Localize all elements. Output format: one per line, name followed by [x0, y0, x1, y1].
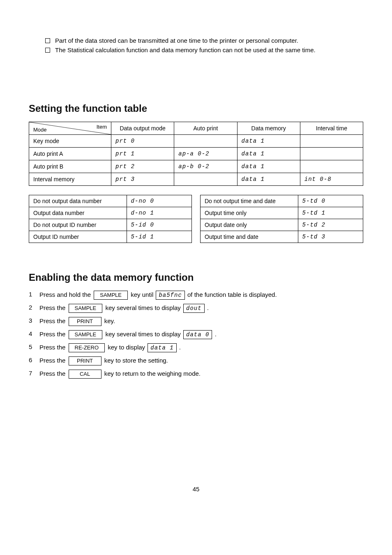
step-number: 5 [29, 343, 39, 350]
step-number: 1 [29, 291, 39, 298]
table-row: Output date only 5-td 2 [201, 219, 363, 231]
step-pre: Press the [39, 357, 67, 364]
step-text: Press the SAMPLE key several times to di… [39, 304, 363, 313]
label-cell: Output ID number [29, 231, 127, 243]
step-item: 4 Press the SAMPLE key several times to … [29, 330, 363, 339]
table-row: Output time only 5-td 1 [201, 207, 363, 219]
key-sample: SAMPLE [94, 291, 128, 300]
step-pre: Press and hold the [39, 291, 92, 298]
key-sample: SAMPLE [69, 304, 103, 313]
col-head: Interval time [300, 122, 363, 135]
seg-cell: data 1 [237, 160, 300, 173]
step-item: 2 Press the SAMPLE key several times to … [29, 304, 363, 313]
step-text: Press the CAL key to return to the weigh… [39, 370, 363, 379]
seg-cell: data 1 [237, 135, 300, 148]
step-text: Press the RE-ZERO key to display data 1 … [39, 343, 363, 352]
label-cell: Do not output time and date [201, 195, 298, 207]
col-head: Data output mode [111, 122, 174, 135]
display-value: ba5fnc [156, 291, 184, 300]
bullet-text: The Statistical calculation function and… [55, 46, 316, 53]
step-item: 6 Press the PRINT key to store the setti… [29, 356, 363, 365]
mode-cell: Auto print B [29, 160, 111, 173]
key-cal: CAL [69, 370, 101, 379]
label-cell: Do not output ID number [29, 219, 127, 231]
seg-cell: 5-td 3 [298, 231, 363, 243]
bullet-marker [45, 48, 50, 53]
bullet-item: The Statistical calculation function and… [45, 46, 363, 53]
step-item: 1 Press and hold the SAMPLE key until ba… [29, 291, 363, 300]
table-row: Output ID number 5-id 1 [29, 231, 192, 243]
step-post: key. [104, 317, 115, 324]
step-number: 4 [29, 330, 39, 337]
seg-cell: d-no 0 [127, 195, 191, 207]
seg-cell [300, 160, 363, 173]
label-cell: Output data number [29, 207, 127, 219]
bullet-marker [45, 38, 50, 43]
step-item: 7 Press the CAL key to return to the wei… [29, 370, 363, 379]
display-value: data 0 [183, 330, 212, 339]
function-table: Item Mode Data output mode Auto print Da… [29, 122, 363, 186]
step-post: key several times to display [105, 304, 182, 311]
bullet-item: Part of the data stored can be transmitt… [45, 37, 363, 44]
step-post: key to return to the weighing mode. [104, 370, 201, 377]
seg-cell: int 0-8 [300, 173, 363, 186]
seg-cell: prt 1 [111, 148, 174, 160]
seg-cell [174, 135, 237, 148]
seg-cell: prt 2 [111, 160, 174, 173]
step-item: 3 Press the PRINT key. [29, 317, 363, 326]
mode-cell: Key mode [29, 135, 111, 148]
diag-top-label: Item [97, 124, 107, 130]
step-post: key several times to display [105, 331, 182, 338]
label-cell: Output time and date [201, 231, 298, 243]
page-number: 45 [29, 486, 363, 493]
step-pre: Press the [39, 304, 67, 311]
step-tail: . [179, 344, 181, 351]
table-row: Output time and date 5-td 3 [201, 231, 363, 243]
step-text: Press the PRINT key to store the setting… [39, 356, 363, 365]
label-cell: Do not output data number [29, 195, 127, 207]
step-pre: Press the [39, 344, 67, 351]
step-text: Press the PRINT key. [39, 317, 363, 326]
step-text: Press the SAMPLE key several times to di… [39, 330, 363, 339]
table-row: Key mode prt 0 data 1 [29, 135, 363, 148]
step-pre: Press the [39, 317, 67, 324]
seg-cell: 5-id 0 [127, 219, 191, 231]
step-pre: Press the [39, 331, 67, 338]
seg-cell: 5-td 0 [298, 195, 363, 207]
seg-cell: prt 0 [111, 135, 174, 148]
right-small-table: Do not output time and date 5-td 0 Outpu… [200, 195, 363, 243]
col-head: Auto print [174, 122, 237, 135]
table-row: Auto print B prt 2 ap-b 0-2 data 1 [29, 160, 363, 173]
seg-cell: prt 3 [111, 173, 174, 186]
small-tables-row: Do not output data number d-no 0 Output … [29, 195, 363, 243]
table-row: Interval memory prt 3 data 1 int 0-8 [29, 173, 363, 186]
step-post: key to store the setting. [104, 357, 168, 364]
step-text: Press and hold the SAMPLE key until ba5f… [39, 291, 363, 300]
key-sample: SAMPLE [69, 330, 103, 339]
step-post: key to display [108, 344, 147, 351]
mode-cell: Auto print A [29, 148, 111, 160]
step-tail: of the function table is displayed. [187, 291, 277, 298]
key-print: PRINT [69, 317, 101, 326]
label-cell: Output time only [201, 207, 298, 219]
section-title-enabling: Enabling the data memory function [29, 272, 363, 283]
diag-header: Item Mode [29, 122, 111, 135]
seg-cell: ap-a 0-2 [174, 148, 237, 160]
seg-cell: data 1 [237, 148, 300, 160]
step-tail: . [207, 304, 209, 311]
seg-cell: 5-td 1 [298, 207, 363, 219]
seg-cell: data 1 [237, 173, 300, 186]
steps-list: 1 Press and hold the SAMPLE key until ba… [29, 291, 363, 379]
section-title-setting: Setting the function table [29, 103, 363, 114]
left-small-table: Do not output data number d-no 0 Output … [29, 195, 192, 243]
step-number: 7 [29, 370, 39, 377]
seg-cell [174, 173, 237, 186]
table-row: Do not output data number d-no 0 [29, 195, 192, 207]
display-value: data 1 [148, 343, 176, 352]
step-tail: . [215, 331, 217, 338]
step-pre: Press the [39, 370, 67, 377]
bullet-text: Part of the data stored can be transmitt… [55, 37, 298, 44]
diag-bot-label: Mode [33, 127, 47, 133]
label-cell: Output date only [201, 219, 298, 231]
seg-cell: ap-b 0-2 [174, 160, 237, 173]
